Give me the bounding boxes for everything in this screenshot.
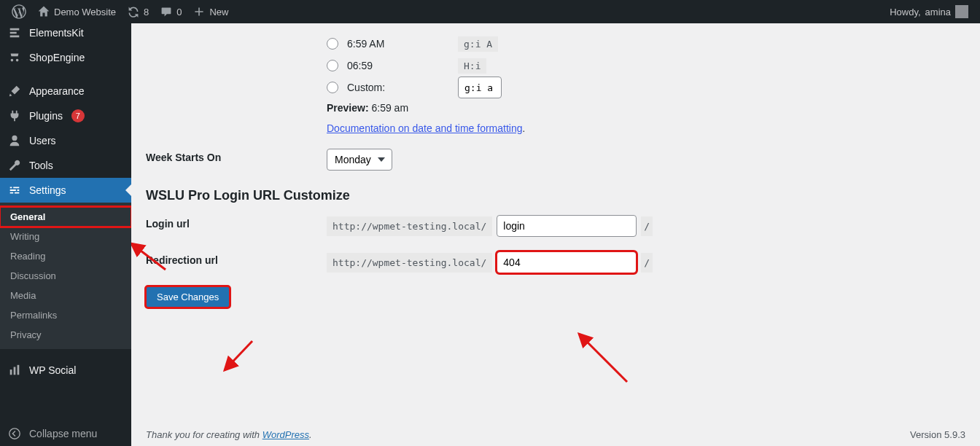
svg-line-7: [225, 341, 252, 370]
time-format-table: 6:59 AM g:i A 06:59 H:i Custom: Preview:…: [146, 23, 965, 178]
week-starts-on-select[interactable]: Monday: [327, 149, 392, 171]
radio-label: 6:59 AM: [347, 38, 449, 50]
preview-label: Preview:: [327, 102, 369, 114]
time-format-option-1[interactable]: 6:59 AM g:i A: [327, 35, 962, 52]
sidebar-item-label: Plugins: [29, 110, 63, 122]
sliders-icon: [7, 183, 22, 197]
collapse-icon: [7, 426, 22, 441]
submenu-item-reading[interactable]: Reading: [0, 246, 131, 266]
sidebar-item-label: WP Social: [29, 364, 76, 376]
annotation-arrow: [220, 338, 255, 375]
sidebar-item-label: Users: [29, 135, 56, 146]
submenu-item-permalinks[interactable]: Permalinks: [0, 305, 131, 325]
svg-point-3: [9, 429, 20, 439]
shopengine-icon: [7, 50, 22, 65]
sidebar-item-shopengine[interactable]: ShopEngine: [0, 45, 131, 70]
submenu-item-writing[interactable]: Writing: [0, 227, 131, 246]
wslu-heading: WSLU Pro Login URL Customize: [146, 188, 965, 203]
admin-footer: Thank you for creating with WordPress. V…: [131, 419, 980, 446]
current-user-name: amina: [925, 7, 951, 17]
settings-submenu: General Writing Reading Discussion Media…: [0, 203, 131, 349]
plus-icon: [193, 6, 205, 17]
sidebar-separator: [0, 70, 131, 79]
sidebar-item-label: Appearance: [29, 85, 85, 97]
collapse-menu-button[interactable]: Collapse menu: [0, 421, 131, 446]
login-url-label: Login url: [146, 208, 324, 244]
trailing-slash: /: [641, 216, 653, 236]
updates-link[interactable]: 8: [122, 0, 155, 23]
trailing-slash: /: [641, 253, 653, 273]
time-format-option-custom[interactable]: Custom:: [327, 79, 962, 96]
format-code: g:i A: [458, 36, 498, 52]
wp-logo[interactable]: [6, 0, 32, 23]
sidebar-item-elementskit[interactable]: ElementsKit: [0, 23, 131, 45]
collapse-label: Collapse menu: [29, 428, 97, 439]
admin-sidebar: ElementsKit ShopEngine Appearance Plugin…: [0, 23, 131, 446]
time-format-preview: Preview: 6:59 am: [327, 102, 962, 114]
time-format-option-2[interactable]: 06:59 H:i: [327, 57, 962, 74]
svg-rect-2: [18, 365, 20, 375]
site-name-text: Demo Website: [54, 7, 116, 17]
sidebar-item-plugins[interactable]: Plugins 7: [0, 103, 131, 128]
annotation-arrow: [575, 329, 631, 385]
svg-line-9: [579, 334, 627, 382]
home-icon: [38, 6, 50, 17]
datetime-doc-link[interactable]: Documentation on date and time formattin…: [327, 122, 523, 134]
radio-label: 06:59: [347, 60, 449, 71]
comments-count: 0: [176, 7, 182, 17]
content-area: 6:59 AM g:i A 06:59 H:i Custom: Preview:…: [131, 23, 980, 446]
radio-label: Custom:: [347, 82, 449, 93]
week-starts-on-label: Week Starts On: [146, 141, 324, 178]
login-url-prefix: http://wpmet-testing.local/: [327, 216, 492, 236]
sidebar-item-users[interactable]: Users: [0, 128, 131, 153]
sidebar-item-tools[interactable]: Tools: [0, 153, 131, 178]
admin-toolbar: Demo Website 8 0 New Howdy, amina: [0, 0, 980, 23]
wordpress-logo-icon: [12, 4, 26, 19]
sidebar-item-appearance[interactable]: Appearance: [0, 79, 131, 103]
radio-input[interactable]: [327, 38, 338, 50]
howdy-prefix: Howdy,: [890, 7, 920, 17]
wpsocial-icon: [7, 363, 22, 377]
submenu-item-media[interactable]: Media: [0, 286, 131, 305]
new-content-link[interactable]: New: [187, 0, 234, 23]
format-code: H:i: [458, 58, 486, 74]
site-name-link[interactable]: Demo Website: [32, 0, 122, 23]
submenu-item-privacy[interactable]: Privacy: [0, 325, 131, 345]
sidebar-item-label: ElementsKit: [29, 27, 84, 39]
sidebar-separator: [0, 349, 131, 358]
plugins-update-badge: 7: [71, 109, 85, 122]
radio-input[interactable]: [327, 60, 338, 71]
submenu-item-discussion[interactable]: Discussion: [0, 266, 131, 286]
sidebar-item-label: Tools: [29, 160, 53, 171]
user-icon: [7, 133, 22, 148]
sidebar-item-wpsocial[interactable]: WP Social: [0, 358, 131, 383]
wordpress-link[interactable]: WordPress: [262, 429, 309, 440]
updates-count: 8: [144, 7, 149, 17]
redirect-url-label: Redirection url: [146, 244, 324, 281]
preview-value: 6:59 am: [371, 102, 408, 114]
custom-format-input[interactable]: [458, 77, 502, 98]
comment-icon: [160, 6, 172, 17]
avatar: [955, 5, 968, 18]
login-url-input[interactable]: [497, 215, 637, 237]
sidebar-item-label: Settings: [29, 184, 66, 196]
elementskit-icon: [7, 26, 22, 40]
submenu-item-general[interactable]: General: [0, 207, 131, 227]
wslu-table: Login url http://wpmet-testing.local/ / …: [146, 208, 965, 281]
sidebar-item-label: ShopEngine: [29, 52, 85, 63]
comments-link[interactable]: 0: [155, 0, 187, 23]
radio-input[interactable]: [327, 82, 338, 93]
sidebar-item-settings[interactable]: Settings: [0, 178, 131, 203]
redirect-url-input[interactable]: [497, 251, 637, 273]
update-icon: [128, 6, 139, 17]
version-text: Version 5.9.3: [910, 429, 965, 440]
brush-icon: [7, 84, 22, 98]
save-changes-button[interactable]: Save Changes: [146, 286, 230, 308]
profile-link[interactable]: Howdy, amina: [884, 0, 974, 23]
redirect-url-prefix: http://wpmet-testing.local/: [327, 253, 492, 273]
plug-icon: [7, 109, 22, 123]
svg-rect-0: [10, 369, 12, 375]
new-label: New: [209, 7, 228, 17]
wrench-icon: [7, 158, 22, 173]
svg-rect-1: [14, 367, 16, 375]
